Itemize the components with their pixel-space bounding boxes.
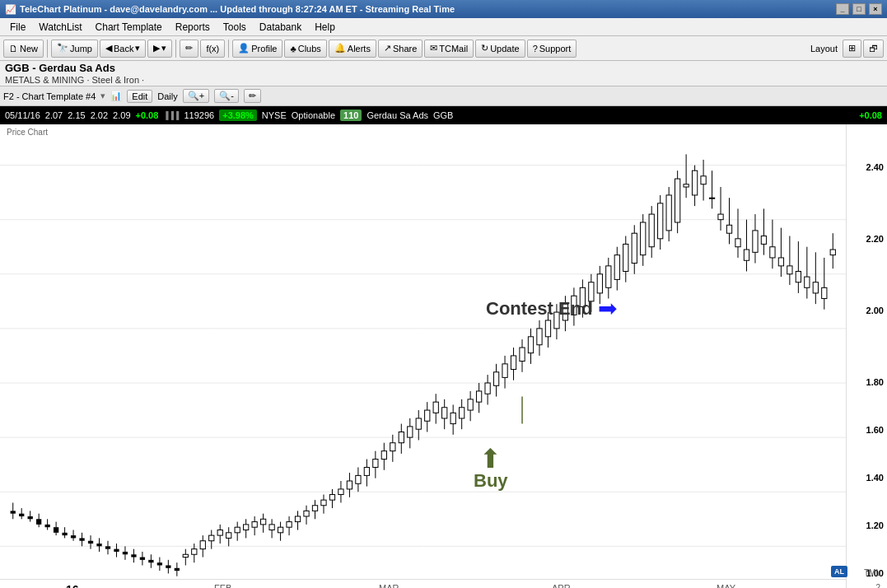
toolbar-sep-2 [175,40,176,58]
tcmail-icon: ✉ [430,43,437,54]
menu-tools[interactable]: Tools [217,20,253,35]
menu-chart-template[interactable]: Chart Template [89,20,169,35]
right-change: +0.08 [859,110,882,120]
chart-template-row: F2 - Chart Template #4 ▾ 📊 Edit Daily 🔍+… [0,86,887,106]
title-bar: 📈 TeleChart Platinum - dave@davelandry.c… [0,0,887,18]
exchange-label: NYSE [262,110,287,120]
menu-help[interactable]: Help [308,20,342,35]
alerts-icon: 🔔 [334,43,346,54]
y-axis: 2.40 2.20 2.00 1.80 1.60 1.40 1.20 1.00 [846,124,887,588]
volume-bar-icon: ▐▐▐ [163,111,179,119]
edit-button[interactable]: Edit [127,90,152,103]
zoom-in-button[interactable]: 🔍+ [183,89,209,103]
company-name: Gerdau Sa Ads [366,110,428,120]
timeline-apr: APR [552,583,571,588]
y-label-200: 2.00 [866,306,884,315]
ticker-symbol: GGB [433,110,453,120]
back-dropdown-icon: ▾ [135,43,140,54]
price-change: +0.08 [136,110,159,120]
toolbar-sep-3 [228,40,229,58]
toolbar: 🗋 New 🔭 Jump ◀ Back ▾ ▶ ▾ ✏ f(x) 👤 Profi… [0,36,887,61]
y-label-240: 2.40 [866,162,884,172]
price-chart-canvas[interactable] [0,124,846,579]
timeline-16: 16 [66,583,79,588]
y-label-140: 1.40 [866,473,884,483]
rank-badge: 110 [340,110,362,121]
formula-button[interactable]: f(x) [200,40,225,58]
tcmail-button[interactable]: ✉ TCMail [424,40,474,58]
support-button[interactable]: ? Support [527,40,577,58]
update-button[interactable]: ↻ Update [475,40,525,58]
timeline: 16 FEB MAR APR MAY [0,579,846,588]
stock-sector: METALS & MINING · Steel & Iron · [5,75,882,86]
alerts-button[interactable]: 🔔 Alerts [329,40,376,58]
price-date: 05/11/16 [5,110,40,120]
new-button[interactable]: 🗋 New [3,40,44,58]
share-icon: ↗ [384,43,391,54]
app-icon: 📈 [5,4,16,15]
price-low: 2.02 [91,110,108,120]
layout-label: Layout [810,44,838,54]
y-label-180: 1.80 [866,377,884,387]
draw-tool-button[interactable]: ✏ [244,89,261,103]
timeline-mar: MAR [379,583,399,588]
menu-watchlist[interactable]: WatchList [32,20,88,35]
minimize-button[interactable]: _ [836,3,849,15]
chart-template-label: F2 - Chart Template #4 [3,91,96,101]
back-button[interactable]: ◀ Back ▾ [100,40,146,58]
forward-button[interactable]: ▶ ▾ [147,40,172,58]
menu-file[interactable]: File [3,20,32,35]
menu-databank[interactable]: Databank [253,20,308,35]
maximize-button[interactable]: □ [852,3,866,15]
clubs-button[interactable]: ♣ Clubs [284,40,326,58]
menu-reports[interactable]: Reports [169,20,217,35]
draw-button[interactable]: ✏ [180,40,198,58]
price-volume: 119296 [184,110,215,120]
clubs-icon: ♣ [290,44,296,54]
al-badge: AL [831,566,847,577]
stock-name: GGB - Gerdau Sa Ads [5,61,882,75]
tml-label: TML [864,568,880,577]
y-label-220: 2.20 [866,234,884,244]
title-label: TeleChart Platinum - dave@davelandry.com… [20,4,455,14]
pct-change-badge: +3.98% [219,110,257,121]
share-button[interactable]: ↗ Share [378,40,422,58]
timeframe-label: Daily [157,91,177,101]
jump-button[interactable]: 🔭 Jump [51,40,98,58]
title-text: 📈 TeleChart Platinum - dave@davelandry.c… [5,4,455,15]
bottom-value: .2 [874,583,880,588]
profile-icon: 👤 [238,43,250,54]
timeline-may: MAY [717,583,735,588]
bar-chart-icon: 📊 [110,91,122,101]
layout-restore-button[interactable]: 🗗 [863,40,884,58]
price-close: 2.09 [113,110,130,120]
close-button[interactable]: × [869,3,882,15]
new-icon: 🗋 [9,44,18,54]
jump-icon: 🔭 [57,43,68,54]
y-label-160: 1.60 [866,425,884,435]
price-open: 2.07 [45,110,63,120]
price-row: 05/11/16 2.07 2.15 2.02 2.09 +0.08 ▐▐▐ 1… [0,106,887,124]
support-icon: ? [533,44,538,54]
toolbar-sep-1 [47,40,48,58]
menu-bar: File WatchList Chart Template Reports To… [0,18,887,36]
chart-container: Price Chart 2.40 2.20 2.00 1.80 1.60 1.4… [0,124,887,588]
profile-button[interactable]: 👤 Profile [232,40,282,58]
window-controls[interactable]: _ □ × [836,3,882,15]
timeline-feb: FEB [214,583,231,588]
price-high: 2.15 [68,110,85,120]
y-label-120: 1.20 [866,520,884,530]
update-icon: ↻ [481,43,488,54]
stock-info-bar: GGB - Gerdau Sa Ads METALS & MINING · St… [0,61,887,86]
back-icon: ◀ [105,43,112,54]
layout-grid-button[interactable]: ⊞ [843,40,861,58]
zoom-out-button[interactable]: 🔍- [214,89,239,103]
optionable-label: Optionable [292,110,335,120]
forward-dropdown-icon: ▾ [161,43,166,54]
